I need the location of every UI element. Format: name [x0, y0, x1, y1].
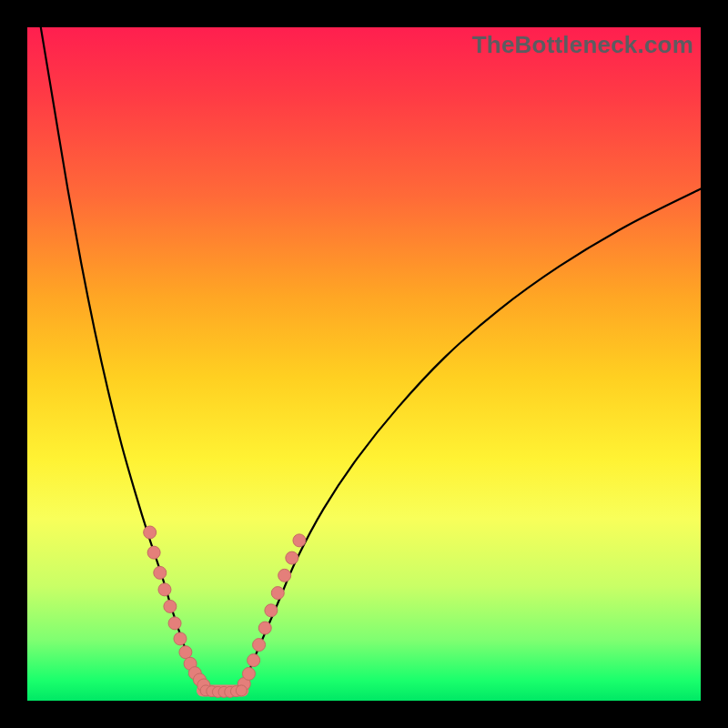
marker-dot	[147, 546, 160, 559]
marker-dot	[174, 632, 187, 645]
marker-cluster-valley	[200, 685, 247, 697]
marker-cluster-left	[144, 526, 210, 692]
marker-dot	[265, 604, 278, 617]
marker-dot	[168, 617, 181, 630]
curve-left	[41, 27, 203, 687]
marker-dot	[293, 534, 306, 547]
curve-right	[243, 189, 701, 688]
marker-dot	[154, 566, 167, 579]
marker-dot	[248, 654, 260, 667]
marker-dot	[271, 587, 284, 600]
marker-dot	[144, 526, 157, 539]
marker-dot	[278, 569, 291, 581]
plot-area: TheBottleneck.com	[27, 27, 701, 701]
chart-stage: TheBottleneck.com	[0, 0, 728, 728]
marker-dot	[258, 622, 271, 634]
marker-dot	[179, 646, 192, 659]
marker-dot	[242, 667, 255, 680]
marker-dot	[253, 639, 266, 652]
marker-dot	[158, 583, 171, 596]
marker-dot	[164, 600, 177, 612]
curve-layer	[27, 27, 701, 701]
marker-dot	[286, 551, 298, 564]
marker-dot	[236, 685, 247, 696]
marker-cluster-right	[238, 534, 306, 691]
